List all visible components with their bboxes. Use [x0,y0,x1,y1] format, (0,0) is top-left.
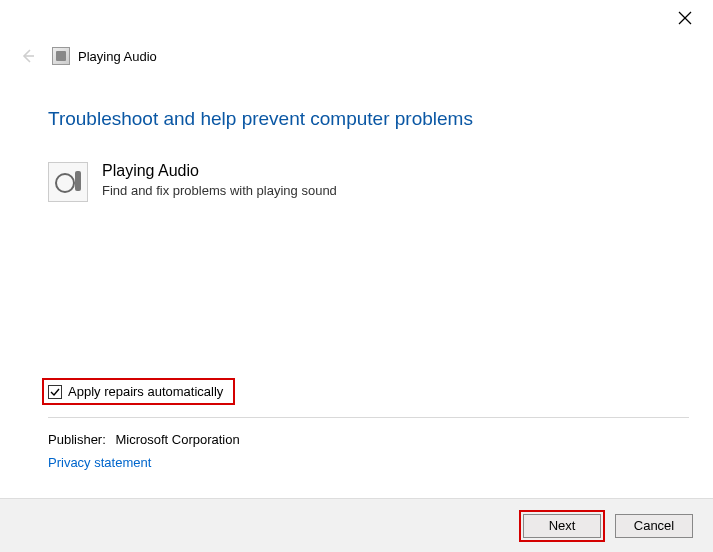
next-button-highlight: Next [519,510,605,542]
divider [48,417,689,418]
cancel-button[interactable]: Cancel [615,514,693,538]
apply-repairs-checkbox[interactable]: Apply repairs automatically [42,378,235,405]
close-icon [678,11,692,25]
publisher-value: Microsoft Corporation [115,432,239,447]
back-button[interactable] [16,44,40,68]
troubleshooter-icon [52,47,70,65]
page-heading: Troubleshoot and help prevent computer p… [48,108,689,130]
privacy-statement-link[interactable]: Privacy statement [48,455,689,470]
checkbox-icon [48,385,62,399]
apply-repairs-label: Apply repairs automatically [68,384,223,399]
footer-bar: Next Cancel [0,498,713,552]
back-arrow-icon [19,47,37,65]
publisher-row: Publisher: Microsoft Corporation [48,432,689,447]
troubleshooter-item: Playing Audio Find and fix problems with… [48,162,689,202]
audio-icon [48,162,88,202]
next-button[interactable]: Next [523,514,601,538]
close-button[interactable] [675,8,695,28]
lower-block: Apply repairs automatically Publisher: M… [48,378,689,470]
header: Playing Audio [16,44,157,68]
troubleshooter-title: Playing Audio [102,162,337,180]
troubleshooter-description: Find and fix problems with playing sound [102,183,337,198]
content-area: Troubleshoot and help prevent computer p… [48,108,689,202]
publisher-label: Publisher: [48,432,106,447]
window-title: Playing Audio [78,49,157,64]
